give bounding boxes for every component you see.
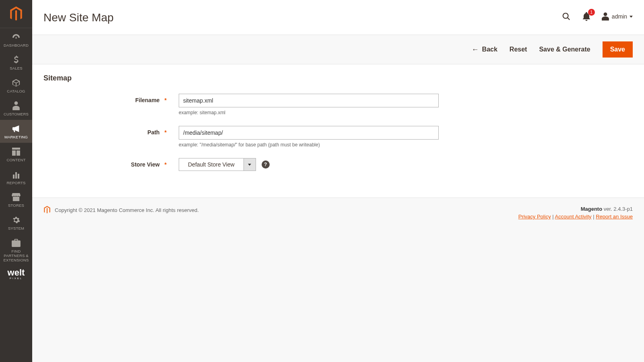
search-button[interactable] [561,11,572,22]
page-header: New Site Map 1 admin [32,0,644,35]
copyright-text: Copyright © 2021 Magento Commerce Inc. A… [55,207,199,213]
person-icon [11,101,21,111]
header-actions: 1 admin [561,7,633,22]
required-star-icon: * [165,97,167,103]
sidebar-item-stores[interactable]: STORES [0,188,32,211]
sidebar-item-label: STORES [2,204,31,208]
save-button[interactable]: Save [603,41,633,58]
welt-pixel-logo[interactable]: welt PIXEL [0,267,32,280]
box-icon [11,78,21,88]
gear-icon [11,215,21,225]
back-button[interactable]: ← Back [472,46,497,53]
sidebar-item-label: REPORTS [2,181,31,185]
privacy-link[interactable]: Privacy Policy [518,214,551,220]
magento-logo-icon [9,6,23,22]
svg-line-1 [568,18,570,20]
save-generate-button[interactable]: Save & Generate [539,46,590,53]
sidebar-item-label: SYSTEM [2,226,31,231]
save-generate-label: Save & Generate [539,46,590,53]
product-version: ver. 2.4.3-p1 [602,206,633,212]
page-title: New Site Map [43,7,114,35]
section-title: Sitemap [43,74,633,82]
path-hint: example: "/media/sitemap/" for base path… [179,142,439,148]
briefcase-icon [11,238,21,248]
gauge-icon [11,32,21,42]
arrow-left-icon: ← [472,46,479,53]
secondary-brand-name: welt [8,267,25,278]
sidebar-item-label: FIND PARTNERS & EXTENSIONS [2,249,31,263]
sidebar-item-content[interactable]: CONTENT [0,143,32,166]
action-bar: ← Back Reset Save & Generate Save [32,35,644,64]
sidebar-item-label: CATALOG [2,89,31,94]
path-input[interactable] [179,126,439,140]
layout-icon [11,147,21,156]
required-star-icon: * [165,129,167,136]
sidebar-item-label: MARKETING [2,135,31,140]
store-icon [11,192,21,202]
user-menu[interactable]: admin [601,12,633,21]
sidebar-item-reports[interactable]: REPORTS [0,166,32,189]
chevron-down-icon [630,16,633,18]
back-label: Back [482,46,497,53]
filename-hint: example: sitemap.xml [179,110,439,115]
sidebar-item-customers[interactable]: CUSTOMERS [0,97,32,120]
sidebar-item-label: CUSTOMERS [2,112,31,117]
account-activity-link[interactable]: Account Activity [555,214,592,220]
magento-logo[interactable] [0,0,32,28]
search-icon [562,12,571,21]
save-label: Save [610,46,625,53]
report-issue-link[interactable]: Report an Issue [596,214,633,220]
admin-sidebar: DASHBOARD SALES CATALOG CUSTOMERS MARKET… [0,0,32,362]
form-section: Sitemap Filename * example: sitemap.xml … [32,64,644,197]
user-icon [601,12,609,21]
user-name: admin [612,13,627,20]
reset-label: Reset [510,46,527,53]
dollar-icon [11,55,21,65]
chevron-down-icon [248,164,251,166]
field-store-view: Store View * Default Store View ? [43,158,633,171]
notifications-button[interactable]: 1 [581,11,592,22]
store-view-caret[interactable] [244,158,256,171]
filename-input[interactable] [179,94,439,107]
svg-point-0 [563,13,568,19]
page-footer: Copyright © 2021 Magento Commerce Inc. A… [32,197,644,232]
sidebar-item-partners[interactable]: FIND PARTNERS & EXTENSIONS [0,234,32,266]
sidebar-item-label: SALES [2,66,31,71]
field-path: Path * example: "/media/sitemap/" for ba… [43,126,633,148]
page-wrapper: New Site Map 1 admin ← Back Reset Save & [32,0,644,362]
required-star-icon: * [165,161,167,168]
sidebar-item-label: CONTENT [2,158,31,162]
field-filename: Filename * example: sitemap.xml [43,94,633,115]
store-view-label: Store View * [43,158,179,168]
sidebar-item-label: DASHBOARD [2,43,31,48]
notification-badge: 1 [588,9,595,16]
store-view-select[interactable]: Default Store View [179,158,256,171]
sidebar-item-dashboard[interactable]: DASHBOARD [0,28,32,51]
filename-label: Filename * [43,94,179,103]
store-view-value: Default Store View [179,158,244,171]
sidebar-item-sales[interactable]: SALES [0,51,32,74]
reset-button[interactable]: Reset [510,46,527,53]
product-name: Magento [581,206,602,212]
path-label: Path * [43,126,179,136]
magento-footer-icon [43,206,51,214]
store-view-help[interactable]: ? [262,160,270,169]
help-icon: ? [264,162,267,167]
sidebar-item-marketing[interactable]: MARKETING [0,120,32,143]
secondary-brand-sub: PIXEL [0,277,32,280]
sidebar-item-system[interactable]: SYSTEM [0,211,32,234]
bars-icon [11,170,21,179]
megaphone-icon [11,124,21,134]
sidebar-item-catalog[interactable]: CATALOG [0,74,32,97]
